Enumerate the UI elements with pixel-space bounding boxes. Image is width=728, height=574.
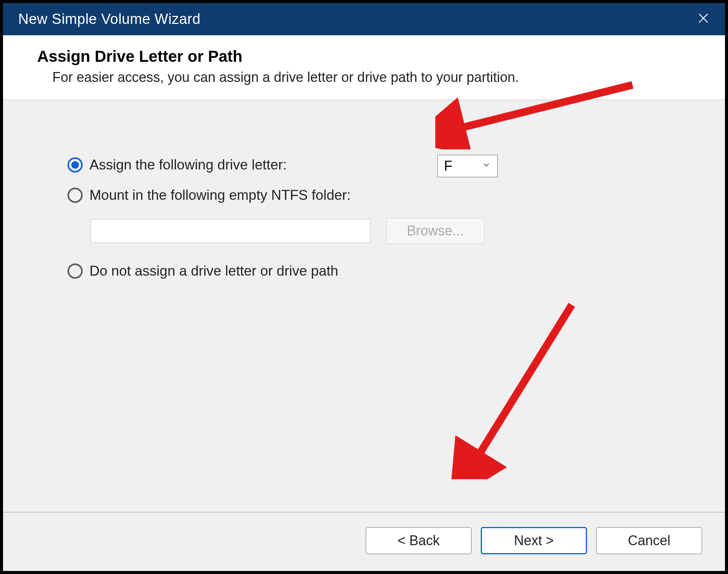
radio-assign-letter[interactable] <box>67 157 83 173</box>
option-mount-folder-label: Mount in the following empty NTFS folder… <box>89 187 351 203</box>
wizard-header: Assign Drive Letter or Path For easier a… <box>3 35 725 100</box>
page-title: Assign Drive Letter or Path <box>37 47 710 66</box>
option-assign-letter[interactable]: Assign the following drive letter: F <box>67 157 702 173</box>
option-no-assign-label: Do not assign a drive letter or drive pa… <box>89 263 338 279</box>
next-button[interactable]: Next > <box>481 527 587 554</box>
browse-button: Browse... <box>386 218 485 244</box>
titlebar: New Simple Volume Wizard <box>3 3 725 35</box>
back-button[interactable]: < Back <box>366 527 472 554</box>
wizard-content: Assign the following drive letter: F Mou… <box>3 100 725 512</box>
mount-path-input <box>90 219 371 243</box>
mount-folder-row: Browse... <box>90 218 702 244</box>
annotation-arrow-icon <box>450 297 595 479</box>
page-subtitle: For easier access, you can assign a driv… <box>52 69 710 85</box>
cancel-button[interactable]: Cancel <box>596 527 702 554</box>
radio-no-assign[interactable] <box>67 263 83 279</box>
close-icon[interactable] <box>693 11 714 27</box>
drive-letter-select[interactable]: F <box>437 155 498 177</box>
radio-mount-folder[interactable] <box>67 188 83 203</box>
wizard-dialog: New Simple Volume Wizard Assign Drive Le… <box>3 3 725 571</box>
svg-line-5 <box>473 305 572 464</box>
option-assign-letter-label: Assign the following drive letter: <box>89 157 287 173</box>
drive-letter-value: F <box>444 158 452 174</box>
window-title: New Simple Volume Wizard <box>18 11 201 27</box>
chevron-down-icon <box>482 160 491 172</box>
option-no-assign[interactable]: Do not assign a drive letter or drive pa… <box>67 263 702 279</box>
wizard-footer: < Back Next > Cancel <box>3 512 725 571</box>
option-mount-folder[interactable]: Mount in the following empty NTFS folder… <box>67 187 702 203</box>
